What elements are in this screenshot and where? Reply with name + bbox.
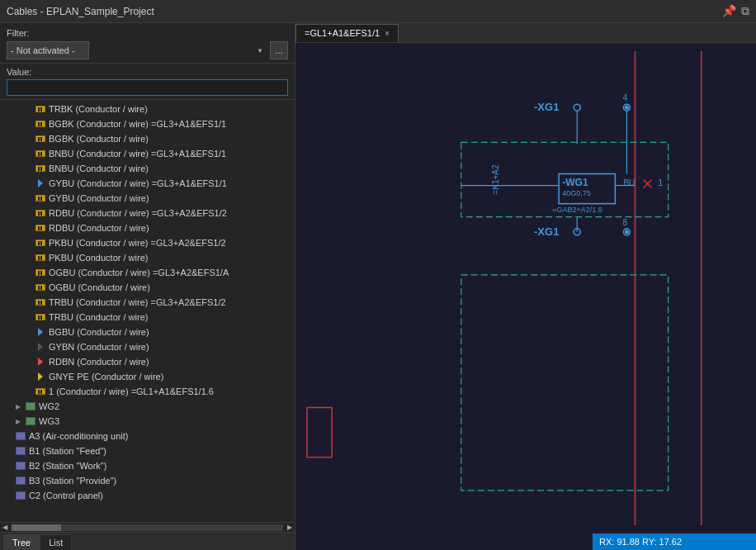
expand-icon[interactable]: ▶: [13, 401, 23, 412]
expand-icon: [23, 282, 33, 293]
cable-icon: [35, 148, 46, 159]
list-item[interactable]: RDBU (Conductor / wire): [0, 220, 295, 235]
expand-icon: [23, 267, 33, 278]
filter-row: - Not activated - ...: [7, 41, 288, 59]
item-label: TRBU (Conductor / wire) =GL3+A2&EFS1/2: [49, 297, 291, 307]
list-item[interactable]: GYBU (Conductor / wire) =GL3+A1&EFS1/1: [0, 176, 295, 191]
svg-point-15: [461, 116, 462, 118]
cable-icon: [35, 222, 46, 234]
svg-point-12: [336, 116, 338, 118]
item-label: BGBK (Conductor / wire) =GL3+A1&EFS1/1: [49, 119, 291, 129]
list-item[interactable]: BNBU (Conductor / wire) =GL3+A1&EFS1/1: [0, 146, 295, 161]
svg-text:8: 8: [622, 218, 627, 227]
svg-point-20: [668, 116, 669, 118]
svg-point-5: [502, 75, 503, 77]
cable-icon: [35, 252, 46, 263]
group-icon: [25, 415, 36, 427]
expand-icon: [23, 178, 33, 189]
expand-icon: [23, 192, 33, 204]
schematic-tab[interactable]: =GL1+A1&EFS1/1 ×: [295, 24, 399, 42]
pin-icon[interactable]: 📌: [722, 4, 736, 18]
list-item[interactable]: A3 (Air-conditioning unit): [0, 429, 295, 443]
list-item[interactable]: OGBU (Conductor / wire): [0, 280, 295, 295]
scroll-right-button[interactable]: ▶: [285, 523, 295, 533]
item-label: PKBU (Conductor / wire): [49, 253, 291, 263]
svg-point-6: [543, 75, 545, 77]
list-item[interactable]: TRBK (Conductor / wire): [0, 102, 295, 116]
list-item[interactable]: OGBU (Conductor / wire) =GL3+A2&EFS1/A: [0, 265, 295, 280]
component-icon: [15, 445, 26, 457]
item-label: TRBU (Conductor / wire): [49, 312, 291, 322]
list-item[interactable]: B2 (Station "Work"): [0, 458, 295, 473]
list-item[interactable]: PKBU (Conductor / wire): [0, 250, 295, 265]
filter-select[interactable]: - Not activated -: [7, 41, 89, 59]
list-item[interactable]: BGBK (Conductor / wire) =GL3+A1&EFS1/1: [0, 116, 295, 131]
list-item[interactable]: 1 (Conductor / wire) =GL1+A1&EFS1/1.6: [0, 384, 295, 399]
wire-blue-icon: [35, 326, 46, 338]
tab-label: =GL1+A1&EFS1/1: [305, 28, 380, 38]
list-item[interactable]: B1 (Station "Feed"): [0, 443, 295, 458]
tree-area[interactable]: TRBK (Conductor / wire) BGBK (Conductor …: [0, 100, 295, 522]
list-item[interactable]: PKBU (Conductor / wire) =GL3+A2&EFS1/2: [0, 235, 295, 250]
item-label: BNBU (Conductor / wire) =GL3+A1&EFS1/1: [49, 149, 291, 159]
schematic-tab-bar: =GL1+A1&EFS1/1 ×: [295, 23, 756, 43]
list-item[interactable]: ▶ WG3: [0, 414, 295, 429]
list-item[interactable]: RDBN (Conductor / wire): [0, 354, 295, 369]
expand-icon: [23, 133, 33, 145]
expand-icon: [23, 326, 33, 338]
wire-yellow-icon: [35, 371, 46, 382]
svg-point-17: [543, 116, 545, 118]
list-item[interactable]: BNBU (Conductor / wire): [0, 161, 295, 176]
item-label: GYBU (Conductor / wire) =GL3+A1&EFS1/1: [49, 178, 291, 188]
list-item[interactable]: GYBN (Conductor / wire): [0, 339, 295, 354]
tab-list[interactable]: List: [40, 534, 72, 550]
item-label: WG2: [39, 401, 291, 411]
svg-point-9: [668, 75, 669, 77]
expand-icon: [23, 356, 33, 367]
cable-icon: [35, 103, 46, 115]
wire-red-icon: [35, 356, 46, 367]
list-item[interactable]: TRBU (Conductor / wire) =GL3+A2&EFS1/2: [0, 295, 295, 310]
list-item[interactable]: GNYE PE (Conductor / wire): [0, 369, 295, 384]
item-label: WG3: [39, 416, 291, 426]
item-label: B3 (Station "Provide"): [29, 476, 291, 486]
svg-point-10: [709, 75, 711, 77]
cable-icon: [35, 207, 46, 219]
expand-icon[interactable]: ▶: [13, 415, 23, 427]
schematic-svg[interactable]: =K1+A2 -XG1 4 -WG1 40G0,75 BU 1 =GAB2+A2…: [295, 43, 756, 533]
status-bar: RX: 91.88 RY: 17.62: [593, 533, 756, 550]
item-label: GNYE PE (Conductor / wire): [49, 372, 291, 382]
list-item[interactable]: TRBU (Conductor / wire): [0, 310, 295, 325]
schematic-panel: =GL1+A1&EFS1/1 ×: [295, 23, 756, 550]
list-item[interactable]: BGBK (Conductor / wire): [0, 131, 295, 146]
cable-icon: [35, 282, 46, 293]
bottom-tabs: Tree List: [0, 532, 295, 550]
scroll-left-button[interactable]: ◀: [0, 523, 10, 533]
scroll-track[interactable]: [12, 524, 283, 531]
expand-icon: [23, 148, 33, 159]
scroll-thumb[interactable]: [12, 524, 61, 531]
value-input[interactable]: [7, 79, 288, 96]
filter-more-button[interactable]: ...: [270, 41, 288, 59]
left-panel: Filter: - Not activated - ... Value: TRB…: [0, 23, 295, 550]
tab-tree[interactable]: Tree: [3, 534, 40, 550]
list-item[interactable]: B3 (Station "Provide"): [0, 473, 295, 488]
expand-icon: [23, 103, 33, 115]
svg-point-1: [336, 75, 338, 77]
expand-icon: [23, 386, 33, 397]
float-icon[interactable]: ⧉: [741, 4, 749, 18]
main-area: Filter: - Not activated - ... Value: TRB…: [0, 23, 756, 550]
horizontal-scrollbar[interactable]: ◀ ▶: [0, 522, 295, 532]
coordinates-text: RX: 91.88 RY: 17.62: [599, 537, 682, 547]
component-icon: [15, 475, 26, 486]
list-item[interactable]: RDBU (Conductor / wire) =GL3+A2&EFS1/2: [0, 206, 295, 220]
list-item[interactable]: C2 (Control panel): [0, 488, 295, 503]
item-label: RDBN (Conductor / wire): [49, 357, 291, 367]
list-item[interactable]: GYBU (Conductor / wire): [0, 191, 295, 206]
item-label: RDBU (Conductor / wire): [49, 223, 291, 233]
tab-close-icon[interactable]: ×: [385, 29, 390, 38]
cable-icon: [35, 296, 46, 308]
group-icon: [25, 401, 36, 412]
list-item[interactable]: BGBU (Conductor / wire): [0, 325, 295, 339]
list-item[interactable]: ▶ WG2: [0, 399, 295, 414]
